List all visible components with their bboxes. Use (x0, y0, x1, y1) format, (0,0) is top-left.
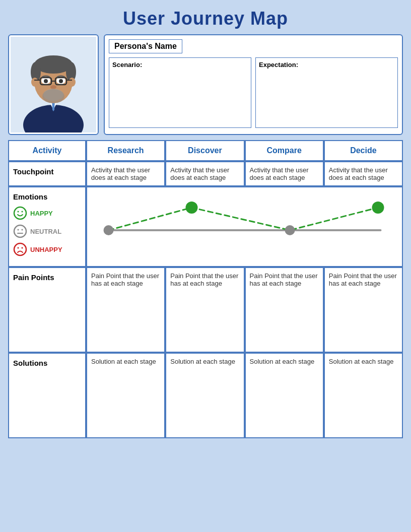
svg-point-37 (372, 202, 384, 214)
svg-point-13 (44, 79, 48, 83)
page-title: User Journey Map (8, 8, 403, 29)
col-header-compare: Compare (245, 140, 324, 161)
svg-point-27 (18, 229, 19, 231)
pain-cell-2: Pain Point that the user has at each sta… (165, 267, 244, 353)
expectation-label: Expectation: (259, 61, 298, 69)
emotion-unhappy: UNHAPPY (13, 242, 81, 256)
svg-point-10 (68, 78, 76, 87)
main-grid: Activity Research Discover Compare Decid… (8, 140, 403, 438)
persona-name: Persona's Name (109, 39, 182, 53)
pain-points-label: Pain Points (8, 267, 86, 353)
solution-cell-3: Solution at each stage (245, 353, 324, 438)
expectation-box: Expectation: (255, 57, 398, 128)
svg-point-22 (42, 89, 64, 103)
svg-point-30 (14, 243, 26, 255)
touchpoint-label: Touchpoint (8, 161, 86, 186)
svg-point-24 (18, 211, 19, 213)
top-section: Persona's Name Scenario: Expectation: (8, 34, 403, 135)
neutral-icon (13, 224, 27, 238)
solutions-label: Solutions (8, 353, 86, 438)
unhappy-icon (13, 242, 27, 256)
svg-point-26 (14, 225, 26, 237)
emotion-happy: HAPPY (13, 206, 81, 220)
solution-cell-2: Solution at each stage (165, 353, 244, 438)
col-header-activity: Activity (8, 140, 86, 161)
col-header-decide: Decide (324, 140, 403, 161)
svg-point-34 (104, 225, 114, 235)
svg-point-20 (50, 85, 56, 89)
happy-icon (13, 206, 27, 220)
emotion-neutral: NEUTRAL (13, 224, 81, 238)
scenario-box: Scenario: (109, 57, 251, 128)
svg-point-23 (14, 207, 26, 219)
svg-point-32 (22, 247, 23, 249)
pain-cell-1: Pain Point that the user has at each sta… (86, 267, 165, 353)
touchpoint-cell-2: Activity that the user does at each stag… (165, 161, 244, 186)
svg-point-9 (31, 78, 38, 87)
col-header-research: Research (86, 140, 165, 161)
emotions-title: Emotions (13, 192, 81, 201)
happy-label: HAPPY (30, 210, 53, 217)
svg-point-14 (59, 79, 63, 83)
svg-point-36 (186, 202, 198, 214)
page: User Journey Map (8, 8, 403, 438)
svg-point-25 (22, 211, 23, 213)
emotions-chart (86, 186, 403, 267)
persona-photo (8, 34, 99, 135)
unhappy-label: UNHAPPY (30, 246, 62, 253)
pain-cell-4: Pain Point that the user has at each sta… (324, 267, 403, 353)
svg-point-28 (22, 229, 23, 231)
scenario-label: Scenario: (112, 61, 142, 69)
neutral-label: NEUTRAL (30, 228, 61, 235)
emotions-label: Emotions HAPPY NEUTRAL (8, 186, 86, 267)
solution-cell-1: Solution at each stage (86, 353, 165, 438)
touchpoint-cell-4: Activity that the user does at each stag… (324, 161, 403, 186)
pain-cell-3: Pain Point that the user has at each sta… (245, 267, 324, 353)
col-header-discover: Discover (165, 140, 244, 161)
scenario-expectation: Scenario: Expectation: (109, 57, 398, 128)
svg-point-31 (18, 247, 19, 249)
touchpoint-cell-1: Activity that the user does at each stag… (86, 161, 165, 186)
solution-cell-4: Solution at each stage (324, 353, 403, 438)
persona-info: Persona's Name Scenario: Expectation: (104, 34, 403, 135)
touchpoint-cell-3: Activity that the user does at each stag… (245, 161, 324, 186)
svg-point-35 (285, 225, 295, 235)
